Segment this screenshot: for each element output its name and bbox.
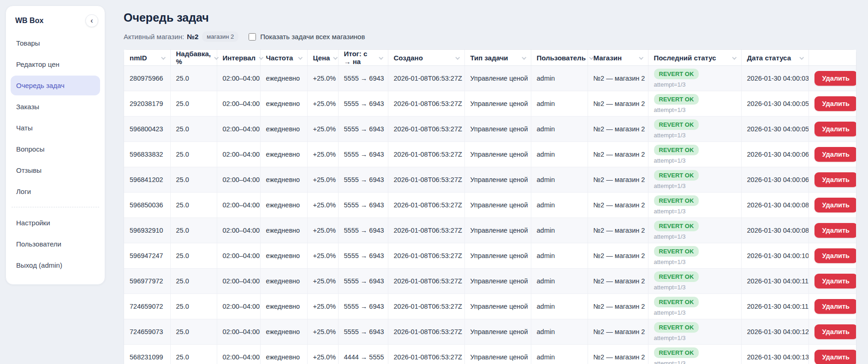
column-header[interactable]: Интервал: [217, 50, 260, 66]
cell-frequency: ежедневно: [260, 345, 307, 364]
column-header[interactable]: Частота: [260, 50, 307, 66]
status-attempt: attempt=1/3: [654, 335, 736, 341]
cell-interval: 02:00–04:00: [217, 294, 260, 319]
column-header[interactable]: Надбавка, %: [170, 50, 217, 66]
show-all-shops-control[interactable]: Показать задачи всех магазинов: [249, 33, 365, 41]
table-row: 29203817925.002:00–04:00ежедневно+25.0%5…: [124, 91, 856, 117]
status-attempt: attempt=1/3: [654, 360, 736, 364]
delete-button[interactable]: Удалить: [814, 274, 856, 288]
cell-frequency: ежедневно: [260, 294, 307, 319]
cell-status: REVERT OKattempt=1/3: [648, 66, 741, 91]
cell-total: 5555 → 6943: [338, 117, 388, 142]
chevron-down-icon: [161, 55, 166, 59]
delete-button[interactable]: Удалить: [814, 172, 856, 187]
sidebar-item[interactable]: Логи: [11, 182, 100, 201]
table-row: 56823109925.002:00–04:00ежедневно+25.0%4…: [124, 345, 856, 364]
cell-task-type: Управление ценой: [464, 193, 531, 218]
column-header-label: Создано: [394, 54, 423, 62]
column-header[interactable]: Пользователь: [531, 50, 588, 66]
sidebar-item[interactable]: Редактор цен: [11, 54, 100, 74]
sidebar-header: WB Box ‹: [11, 12, 100, 32]
cell-user: admin: [531, 91, 588, 117]
delete-button[interactable]: Удалить: [814, 223, 856, 238]
delete-button[interactable]: Удалить: [814, 96, 856, 111]
cell-user: admin: [531, 294, 588, 319]
status-badge: REVERT OK: [654, 347, 699, 358]
delete-button[interactable]: Удалить: [814, 71, 856, 86]
cell-frequency: ежедневно: [260, 218, 307, 243]
sidebar-item[interactable]: Товары: [11, 33, 100, 53]
cell-price: +25.0%: [307, 167, 338, 193]
cell-markup: 25.0: [170, 117, 217, 142]
cell-status-date: 2026-01-30 04:00:12: [741, 319, 809, 345]
sidebar-item[interactable]: Чаты: [11, 118, 100, 138]
cell-actions: Удалить: [809, 91, 856, 117]
cell-price: +25.0%: [307, 319, 338, 345]
cell-user: admin: [531, 319, 588, 345]
table-row: 72465907325.002:00–04:00ежедневно+25.0%5…: [124, 319, 856, 345]
column-header[interactable]: Итог: с → на: [338, 50, 388, 66]
table-row: 72465907225.002:00–04:00ежедневно+25.0%5…: [124, 294, 856, 319]
cell-price: +25.0%: [307, 294, 338, 319]
chevron-down-icon: [379, 55, 383, 59]
column-header[interactable]: Последний статус: [648, 50, 741, 66]
sidebar-item[interactable]: Пользователи: [11, 234, 100, 254]
sidebar-item[interactable]: Заказы: [11, 97, 100, 117]
cell-interval: 02:00–04:00: [217, 218, 260, 243]
cell-nmid: 596932910: [124, 218, 170, 243]
cell-actions: Удалить: [809, 142, 856, 167]
cell-task-type: Управление ценой: [464, 319, 531, 345]
delete-button[interactable]: Удалить: [814, 299, 856, 314]
cell-actions: Удалить: [809, 243, 856, 269]
chevron-down-icon: [455, 55, 460, 59]
cell-shop: №2 — магазин 2: [588, 345, 648, 364]
sidebar-footer-nav: НастройкиПользователиВыход (admin): [11, 213, 100, 275]
status-badge: REVERT OK: [654, 221, 699, 231]
delete-button[interactable]: Удалить: [814, 248, 856, 263]
cell-user: admin: [531, 167, 588, 193]
cell-task-type: Управление ценой: [464, 294, 531, 319]
table-row: 59697797225.002:00–04:00ежедневно+25.0%5…: [124, 269, 856, 294]
cell-total: 4444 → 5555: [338, 345, 388, 364]
cell-total: 5555 → 6943: [338, 193, 388, 218]
cell-nmid: 724659072: [124, 294, 170, 319]
sidebar-item[interactable]: Очередь задач: [11, 76, 100, 95]
show-all-shops-checkbox[interactable]: [249, 33, 256, 41]
column-header[interactable]: nmID: [124, 50, 170, 66]
column-header[interactable]: Дата статуса: [741, 50, 809, 66]
delete-button[interactable]: Удалить: [814, 122, 856, 136]
cell-status-date: 2026-01-30 04:00:10: [741, 243, 809, 269]
delete-button[interactable]: Удалить: [814, 324, 856, 339]
sidebar-collapse-button[interactable]: ‹: [85, 14, 98, 27]
cell-status: REVERT OKattempt=1/3: [648, 167, 741, 193]
column-header-label: Частота: [266, 54, 293, 62]
status-attempt: attempt=1/3: [654, 284, 736, 291]
chevron-left-icon: ‹: [90, 17, 93, 24]
status-badge: REVERT OK: [654, 297, 699, 307]
cell-actions: Удалить: [809, 193, 856, 218]
cell-user: admin: [531, 269, 588, 294]
cell-created: 2026-01-08T06:53:27Z: [388, 294, 464, 319]
cell-price: +25.0%: [307, 142, 338, 167]
column-header[interactable]: Тип задачи: [464, 50, 531, 66]
cell-nmid: 596850036: [124, 193, 170, 218]
cell-markup: 25.0: [170, 294, 217, 319]
status-attempt: attempt=1/3: [654, 233, 736, 240]
delete-button[interactable]: Удалить: [814, 198, 856, 212]
cell-markup: 25.0: [170, 243, 217, 269]
sidebar-item[interactable]: Настройки: [11, 213, 100, 233]
column-header[interactable]: Цена: [307, 50, 338, 66]
tasks-table-card: nmIDНадбавка, %ИнтервалЧастотаЦенаИтог: …: [124, 49, 856, 364]
cell-frequency: ежедневно: [260, 66, 307, 91]
delete-button[interactable]: Удалить: [814, 147, 856, 162]
delete-button[interactable]: Удалить: [814, 350, 856, 364]
sidebar-item[interactable]: Отзывы: [11, 160, 100, 180]
status-attempt: attempt=1/3: [654, 132, 736, 139]
sidebar-item[interactable]: Вопросы: [11, 139, 100, 159]
cell-shop: №2 — магазин 2: [588, 117, 648, 142]
column-header[interactable]: Магазин: [588, 50, 648, 66]
cell-created: 2026-01-08T06:53:27Z: [388, 91, 464, 117]
cell-shop: №2 — магазин 2: [588, 66, 648, 91]
column-header[interactable]: Создано: [388, 50, 464, 66]
sidebar-item[interactable]: Выход (admin): [11, 255, 100, 275]
